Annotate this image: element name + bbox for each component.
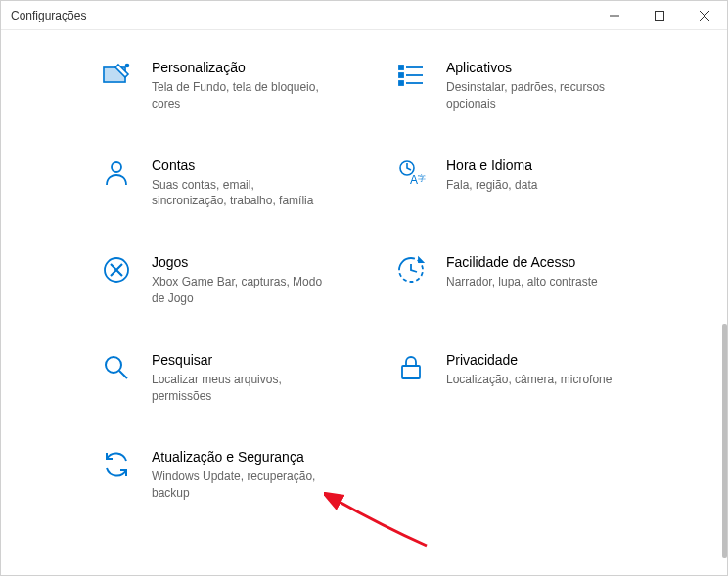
card-title: Privacidade — [446, 352, 612, 368]
settings-window: Configurações — [0, 0, 728, 576]
svg-rect-1 — [656, 11, 664, 20]
card-desc: Tela de Fundo, tela de bloqueio, cores — [152, 79, 328, 112]
svg-point-19 — [106, 357, 121, 373]
gaming-icon — [99, 252, 134, 288]
settings-grid: Personalização Tela de Fundo, tela de bl… — [99, 58, 668, 502]
svg-rect-7 — [399, 66, 403, 69]
svg-point-13 — [112, 162, 121, 172]
accounts-icon — [99, 155, 134, 191]
maximize-button[interactable] — [637, 1, 682, 29]
card-title: Jogos — [152, 254, 328, 270]
card-gaming[interactable]: Jogos Xbox Game Bar, capturas, Modo de J… — [99, 252, 353, 307]
scrollbar-thumb[interactable] — [722, 324, 727, 558]
privacy-icon — [393, 350, 429, 385]
personalization-icon — [99, 58, 134, 93]
svg-rect-11 — [399, 81, 403, 85]
card-desc: Narrador, lupa, alto contraste — [446, 274, 598, 290]
card-personalization[interactable]: Personalização Tela de Fundo, tela de bl… — [99, 58, 353, 112]
svg-marker-18 — [419, 258, 423, 262]
card-text: Atualização e Segurança Windows Update, … — [152, 447, 328, 502]
svg-text:字: 字 — [418, 174, 426, 183]
card-text: Aplicativos Desinstalar, padrões, recurs… — [446, 58, 622, 112]
card-text: Privacidade Localização, câmera, microfo… — [446, 350, 612, 388]
update-security-icon — [99, 447, 134, 482]
card-desc: Localização, câmera, microfone — [446, 372, 612, 388]
svg-line-20 — [119, 371, 127, 378]
time-language-icon: A 字 — [393, 155, 429, 191]
ease-of-access-icon — [393, 252, 429, 288]
svg-point-6 — [126, 65, 129, 67]
card-desc: Xbox Game Bar, capturas, Modo de Jogo — [152, 274, 328, 307]
card-desc: Fala, região, data — [446, 177, 537, 194]
card-title: Facilidade de Acesso — [446, 254, 598, 270]
card-text: Hora e Idioma Fala, região, data — [446, 155, 537, 194]
card-title: Hora e Idioma — [446, 157, 537, 173]
card-title: Personalização — [152, 60, 328, 75]
card-title: Atualização e Segurança — [152, 449, 328, 465]
card-accounts[interactable]: Contas Suas contas, email, sincronização… — [99, 155, 353, 210]
title-controls — [592, 1, 727, 29]
card-title: Aplicativos — [446, 60, 622, 75]
card-desc: Suas contas, email, sincronização, traba… — [152, 177, 328, 210]
window-title: Configurações — [11, 9, 86, 22]
titlebar: Configurações — [1, 1, 727, 30]
card-desc: Desinstalar, padrões, recursos opcionais — [446, 79, 622, 112]
content-area: Personalização Tela de Fundo, tela de bl… — [1, 30, 727, 502]
svg-text:A: A — [410, 173, 418, 187]
card-text: Personalização Tela de Fundo, tela de bl… — [152, 58, 328, 112]
svg-rect-21 — [402, 366, 420, 378]
card-privacy[interactable]: Privacidade Localização, câmera, microfo… — [393, 350, 648, 405]
card-title: Pesquisar — [152, 352, 328, 368]
card-desc: Windows Update, recuperação, backup — [152, 468, 328, 502]
card-title: Contas — [152, 157, 328, 173]
card-text: Contas Suas contas, email, sincronização… — [152, 155, 328, 210]
card-text: Jogos Xbox Game Bar, capturas, Modo de J… — [152, 252, 328, 307]
svg-rect-9 — [399, 73, 403, 77]
search-icon — [99, 350, 134, 385]
card-search[interactable]: Pesquisar Localizar meus arquivos, permi… — [99, 350, 353, 405]
card-time-language[interactable]: A 字 Hora e Idioma Fala, região, data — [393, 155, 648, 210]
card-ease-of-access[interactable]: Facilidade de Acesso Narrador, lupa, alt… — [393, 252, 648, 307]
close-button[interactable] — [682, 1, 727, 29]
apps-icon — [393, 58, 429, 93]
card-text: Facilidade de Acesso Narrador, lupa, alt… — [446, 252, 598, 290]
card-desc: Localizar meus arquivos, permissões — [152, 372, 328, 405]
card-apps[interactable]: Aplicativos Desinstalar, padrões, recurs… — [393, 58, 648, 112]
minimize-button[interactable] — [592, 1, 637, 29]
card-text: Pesquisar Localizar meus arquivos, permi… — [152, 350, 328, 405]
card-update-security[interactable]: Atualização e Segurança Windows Update, … — [99, 447, 353, 502]
